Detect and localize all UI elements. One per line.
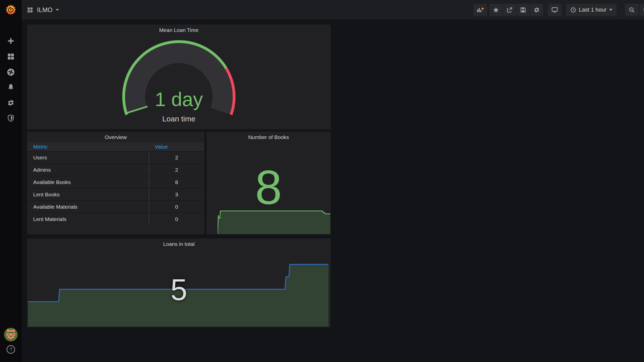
value-cell: 8 <box>149 176 204 188</box>
zoom-out-icon <box>628 7 635 13</box>
grafana-logo[interactable] <box>0 2 22 18</box>
sidebar-item-configuration[interactable] <box>0 99 22 107</box>
panel-title[interactable]: Mean Loan Time <box>27 27 330 33</box>
grafana-logo-icon <box>5 4 17 16</box>
panel-mean-loan-time: Mean Loan Time 1 day Loan time <box>27 25 331 129</box>
metric-cell: Lent Books <box>27 189 149 200</box>
table-row: Users2 <box>27 151 204 163</box>
sidebar-item-dashboards[interactable] <box>0 52 22 61</box>
metric-cell: Users <box>27 152 149 163</box>
stat-value-loans: 5 <box>27 270 330 309</box>
sidebar-item-create[interactable] <box>0 37 22 45</box>
table-row: Lent Materials0 <box>27 213 204 225</box>
sidebar: ? <box>0 0 22 362</box>
star-dashboard-button[interactable] <box>489 4 502 16</box>
panel-number-of-books: Number of Books 8 <box>207 132 331 234</box>
panel-loans-in-total: Loans in total 5 <box>27 239 331 327</box>
grid-icon <box>27 7 33 13</box>
gauge-field-label: Loan time <box>27 113 330 124</box>
metric-cell: Lent Materials <box>27 213 149 225</box>
sidebar-item-explore[interactable] <box>0 68 22 76</box>
sidebar-item-server-admin[interactable] <box>0 114 22 123</box>
refresh-button-group <box>639 4 644 16</box>
add-panel-icon <box>476 6 484 13</box>
panel-title[interactable]: Number of Books <box>207 134 330 140</box>
save-dashboard-button[interactable] <box>516 4 530 16</box>
dashboard-settings-button[interactable] <box>530 4 543 16</box>
dashboard-title-dropdown[interactable]: ILMO <box>37 6 59 14</box>
value-cell: 0 <box>149 213 204 225</box>
value-cell: 3 <box>149 189 204 200</box>
gear-icon <box>533 7 540 13</box>
question-glyph: ? <box>9 346 12 352</box>
metric-cell: Available Books <box>27 176 149 188</box>
metric-cell: Available Materials <box>27 201 149 213</box>
column-header-metric[interactable]: Metric <box>27 144 149 150</box>
share-dashboard-button[interactable] <box>503 4 516 16</box>
time-range-label: Last 1 hour <box>579 7 607 13</box>
plus-icon <box>7 37 15 45</box>
panel-title[interactable]: Overview <box>27 134 204 140</box>
table-row: Admins2 <box>27 163 204 176</box>
value-cell: 2 <box>149 152 204 163</box>
table-header-row: Metric Value <box>27 142 204 151</box>
stat-value-books: 8 <box>207 158 330 216</box>
user-avatar[interactable] <box>0 328 22 341</box>
column-header-value[interactable]: Value <box>149 144 168 150</box>
gauge-value: 1 day <box>27 87 330 111</box>
avatar-image <box>4 328 18 341</box>
dashboards-grid-icon <box>7 53 15 61</box>
table-row: Available Materials0 <box>27 200 204 213</box>
help-icon: ? <box>6 344 16 354</box>
panel-overview: Overview Metric Value Users2Admins2Avail… <box>27 132 204 234</box>
time-range-picker[interactable]: Last 1 hour <box>566 4 617 16</box>
sidebar-item-alerting[interactable] <box>0 83 22 92</box>
overview-table-body: Users2Admins2Available Books8Lent Books3… <box>27 151 204 225</box>
topbar: ILMO <box>22 0 644 20</box>
cycle-view-icon <box>551 6 558 13</box>
explore-compass-icon <box>7 68 15 76</box>
table-row: Available Books8 <box>27 176 204 188</box>
alerting-bell-icon <box>7 83 15 91</box>
value-cell: 2 <box>149 164 204 176</box>
configuration-gear-icon <box>7 99 15 107</box>
clock-icon <box>570 7 576 13</box>
table-row: Lent Books3 <box>27 188 204 200</box>
chevron-down-icon <box>56 9 59 11</box>
cycle-view-button[interactable] <box>548 4 561 16</box>
share-icon <box>506 7 513 13</box>
sidebar-item-help[interactable]: ? <box>0 344 22 355</box>
zoom-out-time-button[interactable] <box>625 4 638 16</box>
save-icon <box>520 7 527 13</box>
panel-title[interactable]: Loans in total <box>27 241 330 247</box>
server-admin-shield-icon <box>7 114 15 122</box>
dashboard-title: ILMO <box>37 6 53 14</box>
metric-cell: Admins <box>27 164 149 176</box>
star-icon <box>493 7 499 13</box>
value-cell: 0 <box>149 201 204 213</box>
add-panel-button[interactable] <box>473 4 487 16</box>
refresh-icon <box>642 7 644 13</box>
chevron-down-icon <box>609 9 613 11</box>
refresh-button[interactable] <box>639 4 644 16</box>
